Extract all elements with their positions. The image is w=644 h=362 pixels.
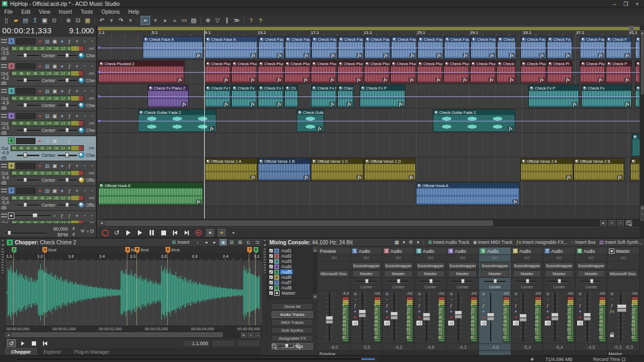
record-arm-button[interactable]: ● [37,188,43,194]
channel-checkbox[interactable]: ✓ [269,275,273,279]
record-arm-button[interactable]: ● [37,88,43,94]
track-dropdown-icon[interactable]: ▾ [74,163,80,169]
zoom-tool-icon[interactable]: ⊕ [204,16,212,24]
insert-midi-track-button[interactable]: ◉Insert MIDI Track [473,240,512,245]
strip-monitor-icon[interactable]: ◁ [545,321,551,325]
automation-dropdown[interactable]: ▾ [228,228,239,237]
clip-fx-badge[interactable]: fx [436,77,441,82]
scroll-up-button[interactable]: ▲ [640,30,644,35]
publish-icon[interactable]: ↥ [31,16,39,24]
mute-button[interactable]: ▣ [51,88,58,94]
insert-audio-track-button[interactable]: ⊞Insert Audio Track [428,240,469,245]
track-drag-handle[interactable] [1,114,7,118]
zoom-in-time-button[interactable]: + [608,220,615,226]
clip-fx-badge[interactable]: fx [196,53,202,58]
collapse-chopper-icon[interactable]: ◂ [0,243,5,247]
filter-assignable-fx[interactable]: Assignable FX [272,335,313,342]
bus-a-icon[interactable]: ◔ [81,113,88,119]
strip-name-row[interactable]: 3Audio [415,248,446,255]
menu-options[interactable]: Options [97,9,124,15]
mixer-list-item-aud5[interactable]: ✓5Aud5 [268,269,317,275]
track-fx-button[interactable]: ƒ [66,188,73,194]
bus-b-icon[interactable]: ◔ [89,113,95,119]
strip-fx-icon[interactable]: ƒ [513,303,519,308]
collapse-mixer-icon[interactable]: ◂ [262,243,267,247]
track-drag-handle[interactable] [1,89,7,93]
mute-button[interactable]: ▣ [51,138,58,144]
strip-output-button[interactable]: Master [416,270,445,277]
chopper-insert-button[interactable]: ⊞Insert [172,240,189,245]
clip-fx-badge[interactable]: fx [598,53,604,58]
channel-checkbox[interactable]: ✓ [269,270,273,274]
mixer-list-item-aud6[interactable]: ✓6Aud6 [268,275,317,280]
zoom-out-time-button[interactable]: − [617,220,624,226]
strip-fx-icon[interactable]: ƒ [352,303,358,308]
master-dropdown-icon[interactable]: ▾ [74,213,80,219]
track-fx-button[interactable]: ƒ [66,113,73,119]
track-fx-chain-icon[interactable]: ▤ [44,188,50,194]
track-header-6[interactable]: 6●▤▣●ƒ▾◔◔Out54484236302418126-Inf.-5,4 d… [0,161,96,186]
strip-output-button[interactable]: Master [352,270,380,277]
channel-checkbox[interactable]: ✓ [269,280,273,285]
track-dropdown-icon[interactable]: ▾ [74,138,80,144]
clip-fx-badge[interactable]: fx [462,77,468,82]
clip-fx-badge[interactable]: fx [382,77,388,82]
marker-tag[interactable]: 5 [135,247,140,252]
clip-fx-badge[interactable]: fx [181,102,187,107]
render-as-icon[interactable]: ⊙ [50,16,58,24]
track-pan-slider[interactable] [58,153,77,157]
whats-this-help-icon[interactable]: ? [247,16,255,24]
time-signature[interactable]: 44 [72,226,75,237]
strip-fx-icon[interactable]: ƒ [448,303,454,308]
strip-fx-icon[interactable]: ƒ [545,303,551,308]
strip-device-button[interactable]: Soundmapper [352,262,380,269]
strip-record-icon[interactable]: ● [384,315,390,320]
chopper-loop-button[interactable]: ↺ [7,339,16,347]
project-key[interactable]: Ψ= D [81,228,94,234]
clip-fx-badge[interactable]: fx [303,175,309,180]
channel-checkbox[interactable]: ✓ [269,264,273,269]
zoom-tool-button[interactable] [625,220,632,226]
tab-chopper[interactable]: Chopper [5,348,37,355]
clip-fx-badge[interactable]: fx [223,102,229,107]
mixer-zoom-slider[interactable] [279,343,293,348]
vertical-scroll-thumb[interactable] [641,35,644,94]
track-name-field[interactable] [16,188,36,194]
undo-icon[interactable]: ↶ [98,16,106,24]
chopper-marker-bar[interactable]: 23Beat4Be5Beat6Beat78 [5,246,262,254]
strip-record-icon[interactable]: ● [545,315,551,320]
clip-fx-badge[interactable]: fx [509,53,515,58]
master-fx-add-icon[interactable]: ƒ [66,213,73,219]
track-pan-slider[interactable] [58,103,77,108]
chopper-scroll-right-button[interactable]: ▸ [241,332,247,338]
channel-checkbox[interactable]: ✓ [269,254,273,258]
track-pan-thumb[interactable] [65,128,69,133]
chopper-marker-3[interactable]: 3Beat [42,247,47,252]
metronome-button[interactable] [193,228,204,237]
strip-gain-icon[interactable]: ◔ [513,297,519,303]
audio-clip[interactable] [632,134,640,156]
automation-write-button[interactable]: a [205,228,215,237]
strip-output-button[interactable]: Master [481,270,509,277]
clip-fx-badge[interactable]: fx [346,102,352,107]
open-project-icon[interactable]: ▰ [12,16,20,24]
strip-name-row[interactable]: 8Audio [576,248,607,255]
track-pan-thumb[interactable] [65,178,69,182]
strip-monitor-icon[interactable]: ◁ [513,321,519,325]
horizontal-scrollbar[interactable]: ◂ ▸ + − [98,219,640,227]
link-to-timeline-icon[interactable]: ▣ [220,239,227,245]
redo-icon[interactable]: ↷ [117,16,125,24]
strip-fader-thumb[interactable] [551,313,559,321]
settings-gear-icon[interactable]: ⚙ [409,240,413,245]
chopper-marker-6[interactable]: 6Beat [166,247,170,252]
clip-fx-badge[interactable]: fx [410,53,415,58]
strip-io-label[interactable]: I/O [607,255,639,262]
track-pan-thumb[interactable] [65,53,69,58]
record-arm-button[interactable]: ● [37,163,43,169]
help-icon[interactable]: ? [256,16,265,24]
track-fx-button[interactable]: ƒ [66,88,73,94]
mixer-zoom-in-icon[interactable] [295,343,300,348]
solo-button[interactable]: ● [59,138,65,144]
shift-left-icon[interactable]: ◂ [203,239,210,245]
track-name-field[interactable] [16,63,36,69]
